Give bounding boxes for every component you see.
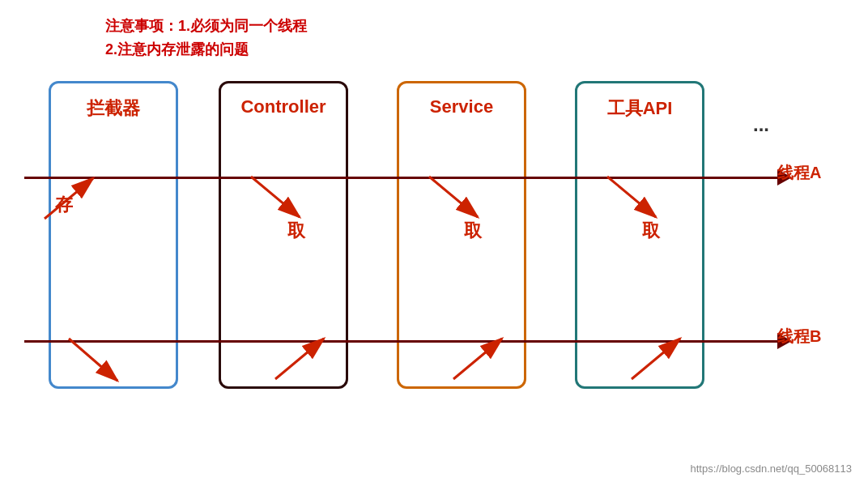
arrow-label-qu3: 取: [642, 219, 660, 243]
arrow-label-qu2: 取: [464, 219, 482, 243]
note-line1: 注意事项：1.必须为同一个线程: [105, 15, 307, 38]
watermark: https://blog.csdn.net/qq_50068113: [691, 463, 853, 475]
box-toolapi-label: 工具API: [607, 96, 673, 121]
box-lanjieqi-label: 拦截器: [87, 96, 140, 121]
box-lanjieqi: 拦截器: [49, 81, 178, 389]
arrow-label-cun: 存: [55, 193, 73, 217]
box-service-label: Service: [430, 96, 493, 117]
thread-label-b: 线程B: [777, 326, 821, 347]
arrow-label-qu1: 取: [287, 219, 305, 243]
thread-label-a: 线程A: [777, 162, 821, 184]
diagram-container: 注意事项：1.必须为同一个线程 2.注意内存泄露的问题 拦截器 Controll…: [0, 0, 868, 486]
box-toolapi: 工具API: [575, 81, 704, 389]
thread-line-b: [24, 340, 785, 343]
thread-line-a: [24, 177, 785, 179]
box-service: Service: [397, 81, 526, 389]
ellipsis: ...: [753, 113, 769, 136]
box-controller-label: Controller: [240, 96, 326, 117]
box-controller: Controller: [219, 81, 348, 389]
note-text: 注意事项：1.必须为同一个线程 2.注意内存泄露的问题: [105, 15, 307, 62]
note-line2: 2.注意内存泄露的问题: [105, 38, 307, 62]
